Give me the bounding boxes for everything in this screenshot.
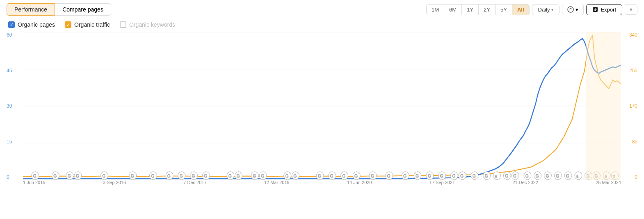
range-6m[interactable]: 6M [444, 5, 462, 15]
legend-item-organic-traffic[interactable]: ✓ Organic traffic [65, 21, 110, 28]
svg-text:G: G [354, 173, 358, 178]
export-button[interactable]: Export [586, 4, 622, 15]
legend-label-organic-traffic: Organic traffic [74, 21, 110, 28]
interval-label: Daily [538, 7, 550, 13]
y-right-170: 170 [621, 103, 637, 109]
svg-text:G: G [505, 173, 508, 178]
collapse-icon: ∧ [629, 7, 633, 12]
svg-text:G: G [102, 173, 105, 178]
svg-text:G: G [204, 173, 207, 178]
svg-text:G: G [473, 173, 476, 178]
svg-text:G: G [192, 173, 195, 178]
export-label: Export [601, 7, 616, 13]
range-2y[interactable]: 2Y [479, 5, 496, 15]
svg-text:G: G [485, 173, 488, 178]
svg-text:G: G [33, 173, 37, 178]
svg-point-0 [568, 7, 573, 12]
performance-container: Performance Compare pages 1M 6M 1Y 2Y 5Y… [0, 0, 644, 219]
x-label-2: 7 Dec 2017 [183, 180, 206, 185]
legend-item-organic-keywords[interactable]: Organic keywords [120, 21, 175, 28]
svg-text:G: G [371, 173, 374, 178]
svg-text:G: G [566, 173, 569, 178]
svg-text:G: G [536, 173, 539, 178]
svg-text:G: G [546, 173, 549, 178]
right-controls: 1M 6M 1Y 2Y 5Y All Daily ▾ ▾ [426, 4, 637, 15]
comment-button[interactable]: ▾ [562, 4, 584, 15]
y-left-15: 15 [7, 139, 23, 145]
svg-text:a: a [576, 174, 579, 178]
svg-text:G: G [285, 173, 289, 178]
svg-text:G: G [440, 173, 443, 178]
y-left-45: 45 [7, 68, 23, 74]
toolbar: Performance Compare pages 1M 6M 1Y 2Y 5Y… [7, 3, 637, 16]
svg-text:G: G [68, 173, 71, 178]
svg-text:G: G [587, 173, 590, 178]
range-1m[interactable]: 1M [427, 5, 444, 15]
svg-text:G: G [460, 173, 464, 178]
chart-inner: G G G G G G G G G G G G G G G G G [23, 32, 621, 180]
tab-compare-pages[interactable]: Compare pages [55, 3, 111, 16]
x-label-7: 25 Mar 2024 [596, 180, 621, 185]
svg-text:G: G [261, 173, 264, 178]
svg-text:G: G [237, 173, 240, 178]
svg-text:2: 2 [613, 174, 615, 178]
svg-text:G: G [403, 173, 406, 178]
y-right-85: 85 [621, 139, 637, 145]
comment-caret: ▾ [575, 7, 578, 13]
range-group: 1M 6M 1Y 2Y 5Y All [426, 4, 529, 15]
svg-text:G: G [167, 173, 171, 178]
svg-text:G: G [180, 173, 183, 178]
legend-label-organic-keywords: Organic keywords [129, 21, 175, 28]
svg-text:G: G [416, 173, 419, 178]
chart-svg: G G G G G G G G G G G G G G G G G [23, 32, 621, 180]
legend-label-organic-pages: Organic pages [18, 21, 55, 28]
svg-text:G: G [318, 173, 321, 178]
checkbox-organic-traffic[interactable]: ✓ [65, 21, 71, 28]
y-axis-right: 340 255 170 85 0 [621, 32, 637, 192]
y-axis-left: 60 45 30 15 0 [7, 32, 23, 192]
comment-icon [567, 6, 574, 13]
svg-text:G: G [76, 173, 79, 178]
svg-text:G: G [330, 173, 333, 178]
x-label-1: 3 Sep 2016 [103, 180, 126, 185]
tab-performance[interactable]: Performance [7, 3, 55, 16]
x-label-3: 12 Mar 2019 [264, 180, 290, 185]
svg-text:G: G [343, 173, 346, 178]
svg-text:G: G [294, 173, 297, 178]
y-left-30: 30 [7, 103, 23, 109]
y-right-340: 340 [621, 32, 637, 38]
svg-text:a: a [495, 174, 498, 178]
svg-text:G: G [525, 173, 529, 178]
legend-item-organic-pages[interactable]: ✓ Organic pages [8, 21, 55, 28]
tab-group: Performance Compare pages [7, 3, 111, 16]
svg-text:G: G [595, 173, 598, 178]
checkbox-organic-pages[interactable]: ✓ [8, 21, 15, 28]
blue-pages-line [23, 39, 621, 179]
svg-text:G: G [228, 173, 232, 178]
legend: ✓ Organic pages ✓ Organic traffic Organi… [7, 21, 637, 28]
export-icon [592, 7, 598, 12]
svg-text:a: a [605, 174, 607, 178]
x-label-4: 14 Jun 2020 [347, 180, 372, 185]
collapse-button[interactable]: ∧ [625, 4, 637, 15]
interval-caret: ▾ [551, 7, 553, 12]
range-all[interactable]: All [512, 5, 529, 15]
y-right-255: 255 [621, 68, 637, 74]
svg-text:G: G [452, 173, 455, 178]
checkbox-organic-keywords[interactable] [120, 21, 126, 28]
svg-text:G: G [131, 173, 134, 178]
x-label-5: 17 Sep 2021 [429, 180, 455, 185]
interval-dropdown[interactable]: Daily ▾ [532, 4, 560, 15]
svg-text:G: G [253, 173, 256, 178]
range-1y[interactable]: 1Y [462, 5, 479, 15]
y-left-60: 60 [7, 32, 23, 38]
svg-text:G: G [53, 173, 57, 178]
svg-text:G: G [513, 173, 516, 178]
x-label-0: 1 Jun 2015 [23, 180, 45, 185]
svg-text:G: G [428, 173, 431, 178]
range-5y[interactable]: 5Y [496, 5, 512, 15]
y-left-0: 0 [7, 174, 23, 180]
x-axis: 1 Jun 2015 3 Sep 2016 7 Dec 2017 12 Mar … [23, 180, 621, 192]
x-label-6: 21 Dec 2022 [512, 180, 538, 185]
svg-text:G: G [556, 173, 559, 178]
